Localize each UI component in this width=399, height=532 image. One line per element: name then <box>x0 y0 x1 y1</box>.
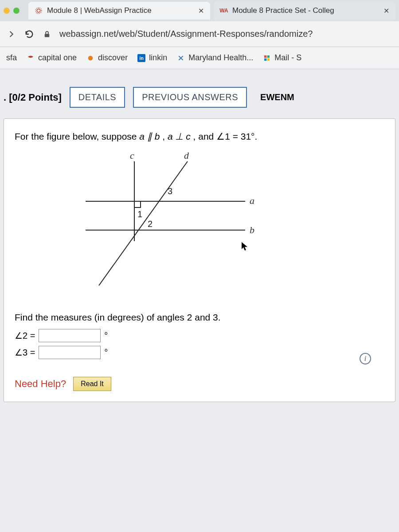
bookmark-label: Maryland Health... <box>188 53 253 63</box>
grid-icon <box>263 54 271 62</box>
tab-2[interactable]: WA Module 8 Practice Set - Colleg ✕ <box>214 2 395 20</box>
info-letter: i <box>364 355 366 363</box>
figure-num-2: 2 <box>148 219 153 229</box>
degree-symbol: ° <box>104 331 108 341</box>
figure-label-a: a <box>250 195 254 207</box>
tab-strip: Module 8 | WebAssign Practice ✕ WA Modul… <box>0 0 399 21</box>
svg-line-11 <box>99 161 188 286</box>
reload-icon[interactable] <box>24 29 35 39</box>
maximize-dot[interactable] <box>13 8 20 14</box>
bookmarks-folder[interactable]: sfa <box>6 53 17 63</box>
tab-1[interactable]: Module 8 | WebAssign Practice ✕ <box>28 2 210 20</box>
forward-icon[interactable] <box>6 29 17 39</box>
figure-num-3: 3 <box>168 186 172 196</box>
info-icon[interactable]: i <box>360 353 371 364</box>
prompt-part: For the figure below, suppose <box>15 131 139 141</box>
linkedin-icon: in <box>137 54 145 62</box>
question-header: . [0/2 Points] DETAILS PREVIOUS ANSWERS … <box>2 87 397 108</box>
geometry-figure: c d a b 1 2 3 <box>68 153 281 294</box>
bookmarks-bar: sfa capital one discover in linkin Maryl… <box>0 47 399 69</box>
x-icon <box>177 54 185 62</box>
svg-rect-12 <box>134 201 141 207</box>
bookmark-label: linkin <box>149 53 167 63</box>
details-button[interactable]: DETAILS <box>70 87 125 108</box>
question-prompt: For the figure below, suppose a ∥ b , a … <box>15 131 384 142</box>
angle-3-row: ∠3 = ° <box>15 346 384 359</box>
tab-1-title: Module 8 | WebAssign Practice <box>47 6 152 15</box>
angle-3-label: ∠3 = <box>15 347 35 358</box>
prompt-part: a ⊥ c <box>168 131 191 141</box>
figure-label-c: c <box>130 150 134 161</box>
window-controls <box>4 8 20 14</box>
prompt-part: , <box>162 131 168 141</box>
prompt-part: a ∥ b <box>139 131 160 141</box>
need-help-label: Need Help? <box>15 378 66 390</box>
degree-symbol: ° <box>104 348 108 358</box>
angle-2-label: ∠2 = <box>15 330 35 341</box>
bookmark-mail[interactable]: Mail - S <box>263 53 301 63</box>
minimize-dot[interactable] <box>4 8 10 14</box>
read-it-button[interactable]: Read It <box>73 377 111 391</box>
bookmark-linkedin[interactable]: in linkin <box>137 53 167 63</box>
close-icon[interactable]: ✕ <box>383 7 389 15</box>
gear-icon <box>35 7 43 15</box>
svg-rect-5 <box>267 55 270 58</box>
svg-rect-7 <box>267 58 270 60</box>
angle-2-input[interactable] <box>39 329 101 342</box>
svg-point-0 <box>37 9 40 12</box>
svg-point-1 <box>35 8 42 14</box>
url-text[interactable]: webassign.net/web/Student/Assignment-Res… <box>59 29 393 39</box>
prompt-part: , and <box>193 131 217 141</box>
question-box: For the figure below, suppose a ∥ b , a … <box>4 118 395 402</box>
find-instruction: Find the measures (in degrees) of angles… <box>15 312 384 323</box>
help-row: Need Help? Read It <box>15 377 384 391</box>
cursor-icon <box>241 241 249 251</box>
bookmark-discover[interactable]: discover <box>86 53 128 63</box>
question-points: . [0/2 Points] <box>4 92 62 103</box>
angle-2-row: ∠2 = ° <box>15 329 384 342</box>
page-content: . [0/2 Points] DETAILS PREVIOUS ANSWERS … <box>0 69 399 411</box>
close-icon[interactable]: ✕ <box>198 7 204 15</box>
prompt-part: ∠1 = 31°. <box>216 131 257 141</box>
bookmark-maryland[interactable]: Maryland Health... <box>177 53 253 63</box>
bookmark-label: Mail - S <box>274 53 301 63</box>
url-bar: webassign.net/web/Student/Assignment-Res… <box>0 21 399 47</box>
tab-2-title: Module 8 Practice Set - Colleg <box>232 6 334 15</box>
chevron-icon <box>27 54 35 62</box>
question-source: EWENM <box>260 92 294 102</box>
figure-label-d: d <box>184 150 189 161</box>
figure-label-b: b <box>250 224 254 236</box>
svg-point-3 <box>88 55 93 60</box>
bookmark-label: capital one <box>38 53 77 63</box>
circle-icon <box>86 54 94 62</box>
svg-rect-2 <box>45 34 50 37</box>
figure-num-1: 1 <box>137 209 142 219</box>
bookmark-capital-one[interactable]: capital one <box>27 53 77 63</box>
previous-answers-button[interactable]: PREVIOUS ANSWERS <box>133 87 247 108</box>
lock-icon <box>42 29 52 39</box>
svg-rect-4 <box>264 55 266 58</box>
bookmark-label: discover <box>98 53 128 63</box>
wa-icon: WA <box>220 7 228 15</box>
angle-3-input[interactable] <box>39 346 101 359</box>
svg-rect-6 <box>264 58 266 60</box>
